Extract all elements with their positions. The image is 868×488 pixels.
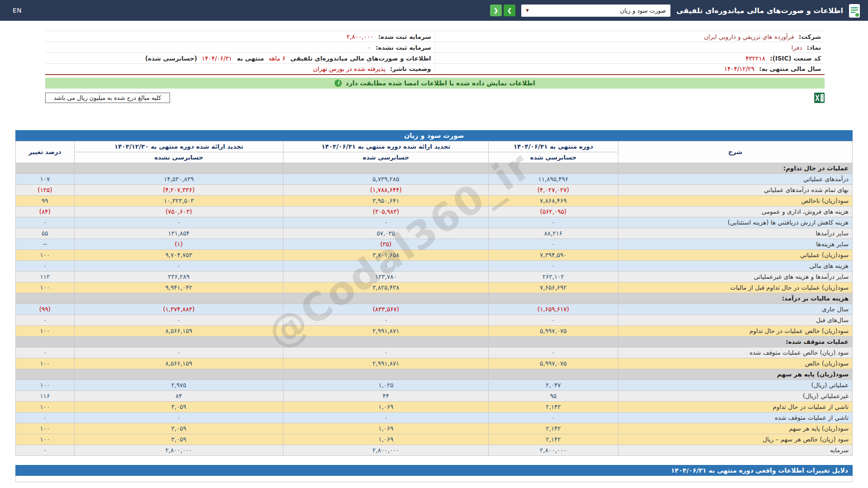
row-label: ناشي از عملیات در حال تداوم: [618, 401, 852, 412]
chevron-down-icon: ▼: [526, 8, 529, 13]
topbar-right-group: اطلاعات و صورت‌های مالی میاندوره‌ای تلفی…: [490, 3, 861, 18]
period-value: (۱,۷۸۸,۶۴۴): [283, 184, 488, 195]
publisher-status-value: پذیرفته شده در بورس تهران: [313, 65, 386, 72]
header-current-audit-status: حسابرسی شده: [488, 152, 618, 163]
period-value: ۵۷,۰۳۵: [283, 228, 488, 239]
statement-row: سرمایه۲,۸۰۰,۰۰۰۲,۸۰۰,۰۰۰۲,۸۰۰,۰۰۰۰: [16, 445, 853, 455]
publisher-status-cell: وضعیت ناشر: پذیرفته شده در بورس تهران: [45, 64, 435, 75]
statement-row: سال جاری(۱,۶۵۹,۶۱۷)(۸۳۳,۵۶۷)(۱,۳۷۴,۸۸۳)(…: [16, 304, 853, 314]
percent-change-value: ۱۰۷: [16, 174, 75, 184]
percent-change-value: [16, 369, 75, 380]
period-value: ۸,۵۶۶,۱۵۹: [74, 325, 283, 336]
topbar: اطلاعات و صورت‌های مالی میاندوره‌ای تلفی…: [0, 0, 868, 21]
period-value: [74, 163, 283, 174]
percent-change-value: ۵۵: [16, 228, 75, 239]
percent-change-value: ۱۱۲: [16, 271, 75, 282]
period-value: ۰: [488, 217, 618, 228]
header-percent-change: درصد تغییر: [16, 141, 75, 163]
header-restated-yearend: تجدید ارائه شده دوره منتهی به ۱۴۰۳/۱۲/۳۰: [74, 141, 283, 152]
percent-change-value: ۱۰۰: [16, 380, 75, 390]
statement-row: سایر هزینه‌ها۰(۳۵)(۱)--: [16, 239, 853, 249]
period-value: [488, 293, 618, 304]
unregistered-capital-cell: سرمایه ثبت نشده: ۰: [45, 42, 435, 53]
company-name-cell: شرکت: فرآورده هاي تزريقي و دارويي ايران: [435, 31, 825, 42]
excel-export-icon[interactable]: [814, 93, 825, 103]
row-label: سود(زیان) خالص عملیات در حال تداوم: [618, 325, 852, 336]
period-value: [488, 369, 618, 380]
percent-change-value: (۱۲۵): [16, 184, 75, 195]
period-value: [488, 163, 618, 174]
row-label: سود(زیان) عملیاتي: [618, 249, 852, 260]
period-value: ۲۳۶,۲۸۹: [74, 271, 283, 282]
period-value: ۴۴: [283, 390, 488, 401]
row-label: عملیات متوقف شده:: [618, 336, 852, 347]
statement-row: هزینه های مالی۰۰۰۰: [16, 260, 853, 271]
period-value: ۰: [488, 239, 618, 249]
period-value: ۹,۷۰۴,۷۵۳: [74, 249, 283, 260]
period-value: ۱۲۳,۷۸۰: [283, 271, 488, 282]
nav-next-button[interactable]: ❯: [504, 5, 515, 16]
page: { "colors": { "topbar_bg": "#2B3A55", "t…: [0, 0, 868, 488]
isic-value: ۴۳۲۲۱۸: [745, 55, 765, 62]
period-value: ۸,۵۶۶,۱۵۹: [74, 358, 283, 369]
period-value: ۲,۸۰۰,۰۰۰: [283, 445, 488, 455]
header-restated-midyear: تجدید ارائه شده دوره منتهی به ۱۴۰۳/۰۶/۳۱: [283, 141, 488, 152]
period-value: ۷,۶۵۶,۶۹۲: [488, 282, 618, 293]
registered-capital-value: ۲,۸۰۰,۰۰۰: [347, 33, 373, 40]
period-value: [283, 293, 488, 304]
statement-row: غیرعملیاتي (ریال)۹۵۴۴۸۴۱۱۶: [16, 390, 853, 401]
period-value: (۷۵۰,۶۰۳): [74, 206, 283, 217]
amount-unit-note: کلیه مبالغ درج شده به میلیون ریال می باش…: [45, 93, 170, 103]
statement-row: سود(زیان) ناخالص۷,۸۶۸,۴۶۹۳,۹۵۰,۶۴۱۱۰,۳۲۳…: [16, 195, 853, 206]
row-label: سود(زیان) پایه هر سهم: [618, 423, 852, 434]
statement-row: سود(زیان) عملیاتي۷,۳۹۴,۵۹۰۳,۷۰۱,۶۵۸۹,۷۰۴…: [16, 249, 853, 260]
company-name-label: شرکت:: [799, 33, 821, 40]
fiscal-year-cell: سال مالی منتهی به: ۱۴۰۴/۱۲/۲۹: [435, 64, 825, 75]
period-value: (۱): [74, 239, 283, 249]
row-label: عملیات در حال تداوم:: [618, 163, 852, 174]
period-value: (۳۰۵,۹۸۳): [283, 206, 488, 217]
period-value: ۲,۱۴۲: [488, 434, 618, 445]
percent-change-value: ۱۰۰: [16, 434, 75, 445]
symbol-label: نماد:: [807, 44, 821, 51]
isic-cell: کد صنعت (ISIC): ۴۳۲۲۱۸: [435, 53, 825, 64]
company-name-value: فرآورده هاي تزريقي و دارويي ايران: [704, 33, 794, 40]
company-info-table: شرکت: فرآورده هاي تزريقي و دارويي ايران …: [45, 31, 825, 75]
language-en-link[interactable]: EN: [13, 7, 22, 14]
period-value: ۸۸,۲۱۶: [488, 228, 618, 239]
registered-capital-cell: سرمایه ثبت شده: ۲,۸۰۰,۰۰۰: [45, 31, 435, 42]
income-table-header: شرح دوره منتهی به ۱۴۰۴/۰۶/۳۱ تجدید ارائه…: [16, 141, 853, 163]
row-label: سود(زیان) خالص: [618, 358, 852, 369]
statement-row: سایر درآمدها۸۸,۲۱۶۵۷,۰۳۵۱۳۱,۸۵۴۵۵: [16, 228, 853, 239]
statement-row: هزینه کاهش ارزش دریافتني ها (هزینه استثن…: [16, 217, 853, 228]
info-icon: i: [335, 80, 342, 87]
report-type-dropdown[interactable]: صورت سود و زیان ▼: [521, 5, 670, 17]
row-label: سود(زیان) ناخالص: [618, 195, 852, 206]
percent-change-value: ۱۰۰: [16, 325, 75, 336]
percent-change-value: ۰: [16, 347, 75, 358]
period-value: (۴,۲۰۷,۳۳۶): [74, 184, 283, 195]
statement-row: سال‌های قبل۰۰۰۰: [16, 314, 853, 325]
period-value: ۳,۰۵۹: [74, 423, 283, 434]
period-value: ۵,۷۳۹,۲۸۵: [283, 174, 488, 184]
period-value: ۷,۳۹۴,۵۹۰: [488, 249, 618, 260]
unit-note-row: کلیه مبالغ درج شده به میلیون ریال می باش…: [45, 93, 825, 103]
period-value: (۴,۰۲۷,۰۲۷): [488, 184, 618, 195]
row-label: عملیاتي (ریال): [618, 380, 852, 390]
row-label: سایر درآمدها و هزینه های غیرعملیاتی: [618, 271, 852, 282]
row-label: هزینه مالیات بر درآمد:: [618, 293, 852, 304]
registered-capital-label: سرمایه ثبت شده:: [378, 33, 431, 40]
nav-prev-button[interactable]: ❮: [490, 5, 502, 16]
period-value: ۲,۸۰۰,۰۰۰: [74, 445, 283, 455]
period-value: (۸۳۳,۵۶۷): [283, 304, 488, 314]
fiscal-year-label: سال مالی منتهی به:: [759, 65, 821, 72]
period-value: [283, 369, 488, 380]
header-current-period: دوره منتهی به ۱۴۰۴/۰۶/۳۱: [488, 141, 618, 152]
period-value: ۳,۰۵۹: [74, 434, 283, 445]
row-label: سال جاری: [618, 304, 852, 314]
period-value: (۱,۶۵۹,۶۱۷): [488, 304, 618, 314]
statement-row: سود (زیان) خالص عملیات متوقف شده۰۰۰۰: [16, 347, 853, 358]
period-value: [488, 336, 618, 347]
income-statement-table: شرح دوره منتهی به ۱۴۰۴/۰۶/۳۱ تجدید ارائه…: [15, 141, 853, 456]
percent-change-value: ۰: [16, 217, 75, 228]
